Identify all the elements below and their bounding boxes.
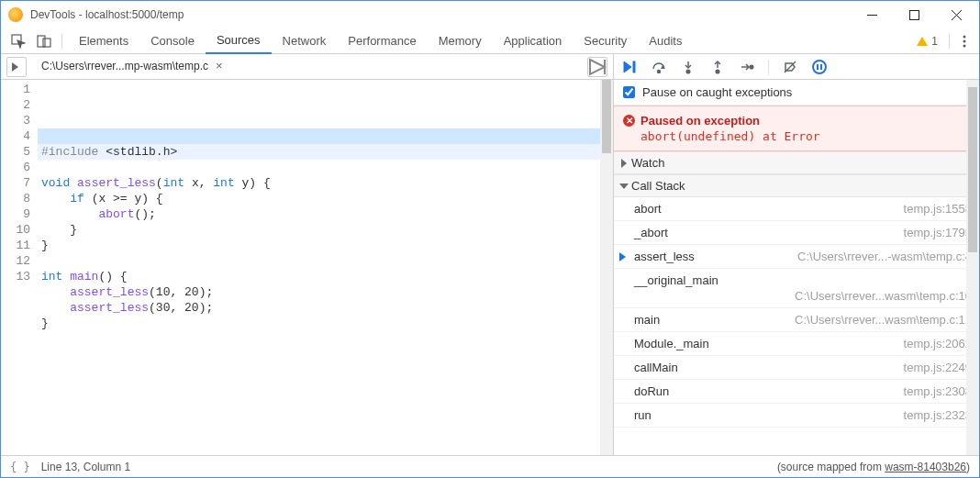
frame-name: doRun [634,384,669,398]
resume-button[interactable] [621,59,638,75]
frame-name: Module._main [634,337,709,350]
devtools-tabbar: ElementsConsoleSourcesNetworkPerformance… [1,28,979,54]
svg-rect-5 [38,36,45,47]
device-toolbar-icon[interactable] [32,28,56,54]
window-maximize-button[interactable] [893,1,935,28]
status-bar: { } Line 13, Column 1 (source mapped fro… [1,455,979,477]
callstack-frame[interactable]: Module._maintemp.js:2062 [614,332,979,356]
svg-point-15 [658,70,661,72]
callstack-section-header[interactable]: Call Stack [614,174,979,197]
more-menu-button[interactable] [955,35,974,48]
step-over-button[interactable] [651,59,667,75]
pause-on-caught-checkbox[interactable] [623,86,635,98]
frame-location: temp.js:2323 [904,408,972,422]
step-button[interactable] [739,59,755,75]
step-out-button[interactable] [709,59,726,75]
callstack-frame[interactable]: aborttemp.js:1558 [614,197,979,221]
pretty-print-icon[interactable]: { } [10,461,30,473]
navigator-toggle-button[interactable] [6,57,27,77]
window-minimize-button[interactable] [851,1,893,28]
inspect-element-icon[interactable] [6,28,30,54]
svg-point-17 [686,70,690,73]
scrollbar-thumb[interactable] [602,80,611,153]
frame-location: C:\Users\rrever...-wasm\temp.c:4 [797,250,972,263]
open-file-tab[interactable]: C:\Users\rrever...mp-wasm\temp.c × [34,54,232,80]
frame-location: temp.js:2249 [904,361,972,374]
svg-rect-14 [633,61,635,72]
debugger-toolbar [614,54,979,80]
callstack-frame[interactable]: runtemp.js:2323 [614,404,979,428]
svg-point-7 [963,35,966,38]
frame-location: temp.js:1558 [904,202,972,216]
chevron-down-icon [619,183,629,189]
window-titlebar: DevTools - localhost:5000/temp [1,1,979,28]
run-snippet-button[interactable] [587,57,607,77]
frame-location: temp.js:2308 [904,384,972,398]
deactivate-breakpoints-button[interactable] [782,59,798,75]
source-map-link[interactable]: wasm-81403b26 [885,461,966,473]
tab-performance[interactable]: Performance [337,28,427,54]
window-close-button[interactable] [935,1,977,28]
warning-count: 1 [931,35,938,48]
exception-title: Paused on exception [640,114,760,128]
error-icon: ✕ [623,115,635,127]
pause-on-caught-row[interactable]: Pause on caught exceptions [614,80,979,106]
frame-location: C:\Users\rrever...wasm\temp.c:11 [795,313,972,327]
callstack-frame[interactable]: mainC:\Users\rrever...wasm\temp.c:11 [614,308,979,332]
frame-location: temp.js:2062 [904,337,972,350]
watch-section-label: Watch [631,156,664,170]
svg-point-8 [963,39,966,42]
callstack-frame[interactable]: _aborttemp.js:1795 [614,221,979,245]
frame-name: run [634,408,651,422]
tab-sources[interactable]: Sources [206,28,272,54]
scrollbar-thumb[interactable] [968,87,977,252]
window-title: DevTools - localhost:5000/temp [30,8,184,21]
frame-name: __original_main [634,273,718,287]
callstack-section-label: Call Stack [631,179,685,193]
chevron-right-icon [621,159,627,168]
close-file-button[interactable]: × [214,59,225,72]
tab-security[interactable]: Security [573,28,638,54]
frame-location: temp.js:1795 [904,226,972,239]
step-into-button[interactable] [680,59,696,75]
file-tab-row: C:\Users\rrever...mp-wasm\temp.c × [1,54,613,80]
watch-section-header[interactable]: Watch [614,151,979,174]
callstack-frame[interactable]: assert_lessC:\Users\rrever...-wasm\temp.… [614,245,979,269]
callstack-frame[interactable]: __original_mainC:\Users\rrever...wasm\te… [614,269,979,308]
callstack-frame[interactable]: doRuntemp.js:2308 [614,380,979,404]
code-editor[interactable]: 12345678910111213 #include <stdlib.h> vo… [1,80,613,455]
svg-marker-10 [12,62,18,72]
pause-on-caught-label: Pause on caught exceptions [642,85,792,99]
frame-name: abort [634,202,662,216]
cursor-position: Line 13, Column 1 [41,461,130,473]
warning-indicator[interactable]: 1 [917,35,938,48]
devtools-app-icon [8,7,23,22]
tab-audits[interactable]: Audits [638,28,693,54]
svg-rect-6 [43,39,50,47]
svg-point-21 [750,65,753,69]
line-gutter: 12345678910111213 [1,80,38,455]
frame-name: _abort [634,226,668,239]
tab-application[interactable]: Application [493,28,574,54]
exception-message: abort(undefined) at Error [640,129,970,143]
warning-icon [917,37,928,46]
frame-location: C:\Users\rrever...wasm\temp.c:10 [634,289,972,303]
svg-point-9 [963,44,966,47]
frame-name: callMain [634,361,678,374]
pause-on-exceptions-button[interactable] [811,59,828,75]
tab-memory[interactable]: Memory [428,28,493,54]
exception-banner: ✕Paused on exception abort(undefined) at… [614,106,979,151]
tab-console[interactable]: Console [139,28,206,54]
frame-name: main [634,313,660,327]
debugger-panel: Pause on caught exceptions ✕Paused on ex… [614,54,979,455]
panel-scrollbar[interactable] [966,80,979,455]
callstack-frame[interactable]: callMaintemp.js:2249 [614,356,979,380]
callstack-frames: aborttemp.js:1558_aborttemp.js:1795asser… [614,197,979,428]
frame-name: assert_less [634,250,695,263]
tab-network[interactable]: Network [272,28,338,54]
svg-marker-13 [624,61,631,72]
source-map-info: (source mapped from wasm-81403b26) [777,461,970,473]
tab-elements[interactable]: Elements [68,28,139,54]
svg-marker-11 [590,60,605,74]
svg-point-19 [716,70,719,73]
